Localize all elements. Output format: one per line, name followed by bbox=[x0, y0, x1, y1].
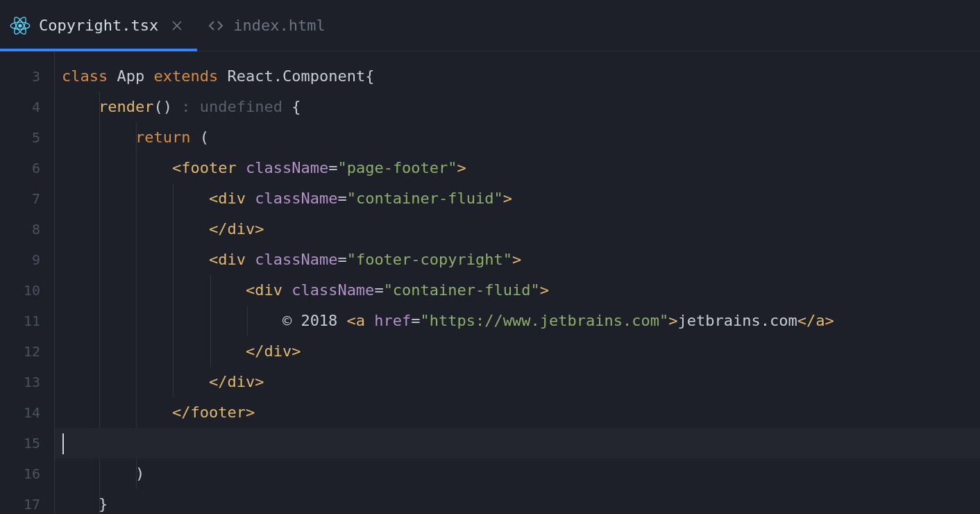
line-number: 10 bbox=[0, 275, 40, 306]
line-number: 16 bbox=[0, 458, 40, 489]
line-number: 14 bbox=[0, 397, 40, 428]
code-line[interactable]: <div className="container-fluid"> bbox=[55, 275, 980, 306]
code-line[interactable]: </div> bbox=[55, 367, 980, 397]
code-editor: Copyright.tsx index.html 345678910111213… bbox=[0, 0, 980, 514]
code-line[interactable]: </div> bbox=[55, 214, 980, 244]
code-line-current[interactable] bbox=[55, 428, 980, 458]
line-number-gutter: 34567891011121314151617 bbox=[0, 51, 54, 514]
code-content[interactable]: class App extends React.Component{ rende… bbox=[54, 51, 980, 514]
line-number: 3 bbox=[0, 61, 40, 92]
code-line[interactable]: </div> bbox=[55, 336, 980, 367]
tab-copyright-tsx[interactable]: Copyright.tsx bbox=[0, 0, 197, 51]
code-line[interactable]: </footer> bbox=[55, 397, 980, 428]
line-number: 12 bbox=[0, 336, 40, 367]
code-icon bbox=[207, 17, 225, 35]
code-line[interactable]: class App extends React.Component{ bbox=[55, 61, 980, 92]
line-number: 17 bbox=[0, 489, 40, 514]
svg-point-0 bbox=[18, 24, 22, 27]
inlay-hint: : undefined bbox=[181, 98, 292, 115]
react-icon bbox=[10, 15, 31, 36]
line-number: 15 bbox=[0, 428, 40, 458]
code-line[interactable]: render() : undefined { bbox=[55, 92, 980, 122]
code-line[interactable]: © 2018 <a href="https://www.jetbrains.co… bbox=[55, 306, 980, 336]
line-number: 5 bbox=[0, 122, 40, 153]
tab-bar: Copyright.tsx index.html bbox=[0, 0, 980, 51]
close-icon[interactable] bbox=[171, 19, 183, 32]
tab-label: Copyright.tsx bbox=[39, 17, 158, 34]
line-number: 9 bbox=[0, 244, 40, 275]
line-number: 7 bbox=[0, 183, 40, 214]
code-area[interactable]: 34567891011121314151617 class App extend… bbox=[0, 51, 980, 514]
tab-index-html[interactable]: index.html bbox=[197, 0, 339, 51]
text-cursor bbox=[62, 433, 64, 454]
code-line[interactable]: return ( bbox=[55, 122, 980, 153]
code-line[interactable]: <div className="container-fluid"> bbox=[55, 183, 980, 214]
line-number: 6 bbox=[0, 153, 40, 183]
line-number: 11 bbox=[0, 306, 40, 336]
line-number: 13 bbox=[0, 367, 40, 397]
tab-label: index.html bbox=[233, 17, 325, 34]
code-line[interactable]: } bbox=[55, 489, 980, 514]
line-number: 4 bbox=[0, 92, 40, 122]
line-number: 8 bbox=[0, 214, 40, 244]
code-line[interactable]: ) bbox=[55, 458, 980, 489]
code-line[interactable]: <footer className="page-footer"> bbox=[55, 153, 980, 183]
code-line[interactable]: <div className="footer-copyright"> bbox=[55, 244, 980, 275]
